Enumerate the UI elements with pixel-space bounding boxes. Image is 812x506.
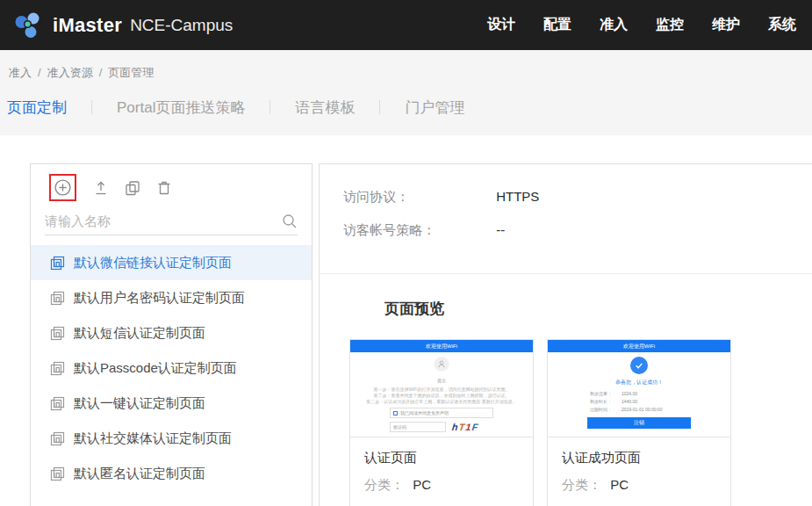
card-category-row: 分类： PC: [562, 477, 716, 494]
breadcrumb-admission-resources[interactable]: 准入资源: [32, 66, 93, 79]
category-label: 分类：: [364, 477, 404, 492]
category-value: PC: [610, 477, 629, 492]
search-bar: [45, 207, 298, 235]
plus-circle-icon: [54, 178, 72, 197]
mini-tip-line: 第一步：请在连接WiFi后打开浏览器，访问任意网站跳转到认证页面。: [350, 387, 533, 393]
card-info: 认证成功页面 分类： PC: [548, 437, 730, 494]
page-detail-panel: 访问协议： HTTPS 访客帐号策略： -- 页面预览 欢迎使用WiFi 提示 …: [319, 163, 812, 506]
add-button-highlight: [49, 174, 76, 201]
mini-info-label: 剩余时长：: [590, 398, 622, 406]
brand-logo-icon: [12, 10, 44, 41]
top-bar: iMaster NCE-Campus 设计 配置 准入 监控 维护 系统: [0, 0, 812, 50]
list-item-label: 默认用户名密码认证定制页面: [74, 290, 245, 307]
copy-page-button[interactable]: [123, 178, 141, 197]
brand-name-secondary: NCE-Campus: [130, 16, 233, 35]
field-value: HTTPS: [496, 189, 539, 204]
card-category-row: 分类： PC: [364, 477, 519, 494]
mini-captcha-image: hT1F: [451, 422, 479, 432]
page-icon: [50, 466, 65, 481]
mini-tip-title: 提示: [350, 378, 533, 383]
list-item-social-media-auth-page[interactable]: 默认社交媒体认证定制页面: [31, 421, 312, 456]
preview-card-auth-success-page[interactable]: 欢迎使用WiFi 恭喜您，认证成功！ 剩余流量：1024.00 剩余时长：144…: [547, 339, 731, 506]
tab-page-customization[interactable]: 页面定制: [7, 98, 91, 118]
list-item-label: 默认社交媒体认证定制页面: [74, 430, 232, 447]
list-item-passcode-auth-page[interactable]: 默认Passcode认证定制页面: [31, 351, 312, 386]
section-divider: [320, 273, 812, 274]
field-value: --: [496, 222, 505, 237]
mini-info-row: 过期时间：2019-01-01 00:00:00: [590, 406, 662, 414]
menu-item-configuration[interactable]: 配置: [543, 16, 571, 34]
breadcrumb: 准入准入资源页面管理: [9, 65, 154, 81]
breadcrumb-page-management: 页面管理: [93, 66, 154, 79]
page-icon: [50, 326, 65, 341]
mini-checkbox-icon: [393, 411, 398, 416]
menu-item-maintenance[interactable]: 维护: [712, 16, 740, 34]
brand-name-primary: iMaster: [53, 14, 122, 37]
field-label: 访客帐号策略：: [343, 222, 492, 239]
list-item-anonymous-auth-page[interactable]: 默认匿名认证定制页面: [31, 456, 312, 491]
mini-info-value: 1440.00: [622, 399, 637, 404]
tab-portal-management[interactable]: 门户管理: [380, 98, 489, 118]
list-item-label: 默认匿名认证定制页面: [74, 466, 205, 482]
mini-success-text: 恭喜您，认证成功！: [548, 379, 730, 387]
page-icon: [50, 396, 65, 411]
tab-language-template[interactable]: 语言模板: [270, 98, 379, 118]
page-list-panel: 默认微信链接认证定制页面 默认用户名密码认证定制页面 默认短信认证定制页面 默认…: [30, 163, 313, 506]
mini-portal-banner: 欢迎使用WiFi: [548, 340, 730, 352]
list-item-username-password-auth-page[interactable]: 默认用户名密码认证定制页面: [31, 280, 312, 315]
mini-info-row: 剩余流量：1024.00: [590, 390, 662, 398]
search-icon[interactable]: [282, 213, 298, 229]
delete-page-button[interactable]: [154, 178, 173, 197]
category-value: PC: [413, 477, 431, 492]
auth-success-thumbnail: 欢迎使用WiFi 恭喜您，认证成功！ 剩余流量：1024.00 剩余时长：144…: [548, 340, 730, 437]
mini-tips: 第一步：请在连接WiFi后打开浏览器，访问任意网站跳转到认证页面。 第二步：查看…: [350, 387, 533, 405]
list-item-label: 默认微信链接认证定制页面: [74, 255, 232, 271]
page-list: 默认微信链接认证定制页面 默认用户名密码认证定制页面 默认短信认证定制页面 默认…: [31, 245, 312, 491]
mini-info-value: 2019-01-01 00:00:00: [622, 407, 662, 412]
tab-bar: 页面定制 Portal页面推送策略 语言模板 门户管理: [7, 94, 489, 120]
sub-header: 准入准入资源页面管理 页面定制 Portal页面推送策略 语言模板 门户管理: [0, 50, 812, 135]
preview-card-auth-page[interactable]: 欢迎使用WiFi 提示 第一步：请在连接WiFi后打开浏览器，访问任意网站跳转到…: [349, 339, 534, 506]
menu-item-design[interactable]: 设计: [487, 16, 515, 34]
add-page-button[interactable]: [54, 178, 72, 197]
menu-item-monitoring[interactable]: 监控: [656, 16, 684, 34]
mini-avatar: [435, 357, 449, 372]
mini-captcha-input: 验证码: [390, 422, 446, 432]
category-label: 分类：: [562, 477, 601, 492]
list-item-sms-auth-page[interactable]: 默认短信认证定制页面: [31, 315, 312, 351]
list-item-wechat-auth-page[interactable]: 默认微信链接认证定制页面: [31, 245, 312, 280]
field-label: 访问协议：: [343, 189, 492, 206]
page-icon: [50, 431, 65, 446]
search-input[interactable]: [45, 213, 282, 228]
mini-tip-line: 第二步：查看并同意下面的协议后，会得到临时上网权限，进行认证。: [350, 393, 533, 399]
copy-icon: [124, 179, 141, 197]
breadcrumb-admission[interactable]: 准入: [9, 66, 32, 79]
list-item-one-click-auth-page[interactable]: 默认一键认证定制页面: [31, 386, 312, 421]
mini-info-label: 过期时间：: [590, 406, 622, 414]
field-guest-account-policy: 访客帐号策略： --: [343, 222, 505, 239]
mini-logout-button: 注销: [587, 417, 691, 429]
menu-item-admission[interactable]: 准入: [600, 16, 628, 34]
page-icon: [50, 256, 65, 271]
top-menu: 设计 配置 准入 监控 维护 系统: [487, 16, 800, 34]
mini-info-rows: 剩余流量：1024.00 剩余时长：1440.00 过期时间：2019-01-0…: [590, 390, 662, 414]
trash-icon: [155, 179, 173, 197]
mini-agreement-text: 我已阅读并同意免责声明: [400, 410, 449, 416]
menu-item-system[interactable]: 系统: [768, 16, 796, 34]
list-item-label: 默认短信认证定制页面: [74, 325, 205, 342]
import-page-button[interactable]: [91, 178, 110, 197]
page-management-screen: iMaster NCE-Campus 设计 配置 准入 监控 维护 系统 准入准…: [0, 0, 812, 506]
list-item-label: 默认一键认证定制页面: [74, 395, 205, 412]
upload-icon: [92, 179, 110, 197]
list-item-label: 默认Passcode认证定制页面: [74, 360, 237, 377]
mini-info-row: 剩余时长：1440.00: [590, 398, 662, 406]
mini-portal-banner: 欢迎使用WiFi: [350, 340, 533, 352]
page-icon: [50, 361, 65, 376]
page-icon: [50, 291, 65, 306]
mini-tip-line: 第三步：认证成功后开始正常上网，重新认证请关闭页面后 重新打开浏览器。: [350, 399, 533, 405]
mini-captcha-row: 验证码 hT1F: [390, 422, 493, 432]
tab-portal-push-policy[interactable]: Portal页面推送策略: [92, 98, 269, 118]
success-check-icon: [630, 357, 648, 374]
user-icon: [437, 359, 447, 369]
captcha-char: F: [471, 422, 479, 432]
